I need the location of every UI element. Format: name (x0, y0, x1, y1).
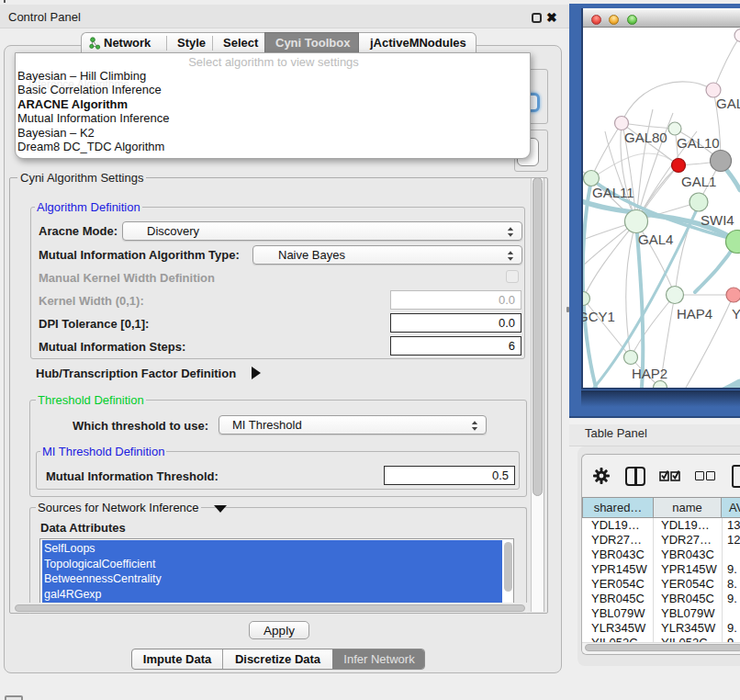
svg-text:GAL4: GAL4 (638, 231, 673, 247)
svg-text:HAP2: HAP2 (632, 366, 667, 381)
svg-text:GCY1: GCY1 (583, 309, 615, 324)
svg-text:GAL1: GAL1 (681, 174, 716, 189)
svg-text:GAL10: GAL10 (677, 135, 720, 151)
svg-text:GAL80: GAL80 (624, 130, 667, 145)
svg-text:YJ: YJ (732, 306, 740, 322)
svg-text:SWI4: SWI4 (701, 212, 734, 228)
svg-text:GAL11: GAL11 (592, 185, 634, 200)
svg-text:GAL7: GAL7 (716, 96, 740, 111)
svg-text:HAP4: HAP4 (677, 306, 712, 322)
